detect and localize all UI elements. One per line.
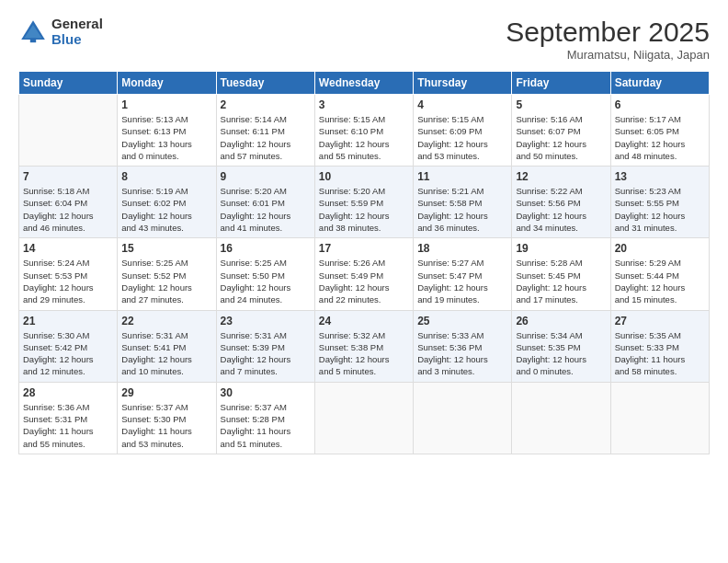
calendar-cell — [314, 382, 413, 454]
day-number: 15 — [121, 242, 211, 255]
day-number: 4 — [417, 98, 507, 111]
logo: General Blue — [18, 17, 103, 47]
day-info: Sunrise: 5:24 AM Sunset: 5:53 PM Dayligh… — [23, 257, 113, 305]
calendar-cell — [414, 382, 512, 454]
day-info: Sunrise: 5:33 AM Sunset: 5:36 PM Dayligh… — [417, 329, 507, 378]
calendar-cell: 7Sunrise: 5:18 AM Sunset: 6:04 PM Daylig… — [19, 167, 118, 238]
day-info: Sunrise: 5:16 AM Sunset: 6:07 PM Dayligh… — [516, 113, 606, 162]
day-number: 28 — [23, 386, 113, 399]
day-info: Sunrise: 5:37 AM Sunset: 5:30 PM Dayligh… — [121, 401, 211, 450]
logo-text: General Blue — [51, 17, 103, 47]
calendar-cell: 30Sunrise: 5:37 AM Sunset: 5:28 PM Dayli… — [216, 382, 314, 454]
day-info: Sunrise: 5:34 AM Sunset: 5:35 PM Dayligh… — [516, 329, 606, 378]
day-info: Sunrise: 5:17 AM Sunset: 6:05 PM Dayligh… — [615, 113, 705, 162]
calendar-cell: 25Sunrise: 5:33 AM Sunset: 5:36 PM Dayli… — [414, 310, 512, 382]
location: Muramatsu, Niigata, Japan — [506, 48, 710, 62]
day-info: Sunrise: 5:31 AM Sunset: 5:39 PM Dayligh… — [221, 329, 311, 378]
day-number: 5 — [516, 98, 606, 111]
calendar-cell: 17Sunrise: 5:26 AM Sunset: 5:49 PM Dayli… — [314, 238, 413, 310]
day-info: Sunrise: 5:29 AM Sunset: 5:44 PM Dayligh… — [615, 257, 705, 305]
calendar-cell: 29Sunrise: 5:37 AM Sunset: 5:30 PM Dayli… — [118, 382, 216, 454]
day-number: 22 — [121, 315, 211, 327]
day-info: Sunrise: 5:18 AM Sunset: 6:04 PM Dayligh… — [23, 185, 113, 234]
calendar-week-row: 21Sunrise: 5:30 AM Sunset: 5:42 PM Dayli… — [19, 310, 710, 382]
calendar-cell: 18Sunrise: 5:27 AM Sunset: 5:47 PM Dayli… — [414, 238, 512, 310]
day-info: Sunrise: 5:19 AM Sunset: 6:02 PM Dayligh… — [121, 185, 211, 234]
day-info: Sunrise: 5:23 AM Sunset: 5:55 PM Dayligh… — [615, 185, 705, 234]
day-info: Sunrise: 5:22 AM Sunset: 5:56 PM Dayligh… — [516, 185, 606, 234]
day-number: 11 — [417, 170, 507, 183]
day-number: 2 — [221, 98, 311, 111]
day-info: Sunrise: 5:25 AM Sunset: 5:50 PM Dayligh… — [221, 257, 311, 305]
calendar-week-row: 7Sunrise: 5:18 AM Sunset: 6:04 PM Daylig… — [19, 167, 710, 238]
day-number: 6 — [615, 98, 705, 111]
calendar-cell: 2Sunrise: 5:14 AM Sunset: 6:11 PM Daylig… — [216, 95, 314, 167]
day-number: 1 — [121, 98, 211, 111]
day-number: 27 — [615, 315, 705, 327]
day-number: 30 — [221, 386, 311, 399]
calendar-week-row: 1Sunrise: 5:13 AM Sunset: 6:13 PM Daylig… — [19, 95, 710, 167]
calendar-cell: 12Sunrise: 5:22 AM Sunset: 5:56 PM Dayli… — [512, 167, 610, 238]
day-info: Sunrise: 5:20 AM Sunset: 5:59 PM Dayligh… — [319, 185, 409, 234]
header: General Blue September 2025 Muramatsu, N… — [18, 17, 710, 62]
logo-general: General — [51, 17, 103, 32]
day-number: 9 — [221, 170, 311, 183]
day-header-thursday: Thursday — [414, 72, 512, 95]
day-info: Sunrise: 5:20 AM Sunset: 6:01 PM Dayligh… — [221, 185, 311, 234]
day-info: Sunrise: 5:31 AM Sunset: 5:41 PM Dayligh… — [121, 329, 211, 378]
page: General Blue September 2025 Muramatsu, N… — [0, 0, 728, 563]
svg-rect-2 — [30, 38, 36, 42]
calendar-cell: 1Sunrise: 5:13 AM Sunset: 6:13 PM Daylig… — [118, 95, 216, 167]
day-header-friday: Friday — [512, 72, 610, 95]
day-number: 3 — [319, 98, 409, 111]
calendar-cell: 22Sunrise: 5:31 AM Sunset: 5:41 PM Dayli… — [118, 310, 216, 382]
calendar: SundayMondayTuesdayWednesdayThursdayFrid… — [18, 71, 710, 454]
day-header-monday: Monday — [118, 72, 216, 95]
day-header-tuesday: Tuesday — [216, 72, 314, 95]
day-number: 20 — [615, 242, 705, 255]
day-number: 10 — [319, 170, 409, 183]
calendar-cell: 4Sunrise: 5:15 AM Sunset: 6:09 PM Daylig… — [414, 95, 512, 167]
day-number: 24 — [319, 315, 409, 327]
day-info: Sunrise: 5:30 AM Sunset: 5:42 PM Dayligh… — [23, 329, 113, 378]
calendar-cell: 28Sunrise: 5:36 AM Sunset: 5:31 PM Dayli… — [19, 382, 118, 454]
calendar-cell: 26Sunrise: 5:34 AM Sunset: 5:35 PM Dayli… — [512, 310, 610, 382]
calendar-cell: 19Sunrise: 5:28 AM Sunset: 5:45 PM Dayli… — [512, 238, 610, 310]
day-number: 23 — [221, 315, 311, 327]
calendar-cell: 16Sunrise: 5:25 AM Sunset: 5:50 PM Dayli… — [216, 238, 314, 310]
day-number: 12 — [516, 170, 606, 183]
calendar-cell: 11Sunrise: 5:21 AM Sunset: 5:58 PM Dayli… — [414, 167, 512, 238]
calendar-cell: 13Sunrise: 5:23 AM Sunset: 5:55 PM Dayli… — [610, 167, 709, 238]
day-number: 26 — [516, 315, 606, 327]
title-block: September 2025 Muramatsu, Niigata, Japan — [506, 17, 710, 62]
logo-icon — [18, 17, 48, 47]
month-title: September 2025 — [506, 17, 710, 48]
calendar-cell: 20Sunrise: 5:29 AM Sunset: 5:44 PM Dayli… — [610, 238, 709, 310]
calendar-cell: 24Sunrise: 5:32 AM Sunset: 5:38 PM Dayli… — [314, 310, 413, 382]
day-info: Sunrise: 5:35 AM Sunset: 5:33 PM Dayligh… — [615, 329, 705, 378]
calendar-cell: 21Sunrise: 5:30 AM Sunset: 5:42 PM Dayli… — [19, 310, 118, 382]
day-number: 21 — [23, 315, 113, 327]
day-info: Sunrise: 5:27 AM Sunset: 5:47 PM Dayligh… — [417, 257, 507, 305]
day-number: 16 — [221, 242, 311, 255]
day-info: Sunrise: 5:25 AM Sunset: 5:52 PM Dayligh… — [121, 257, 211, 305]
calendar-cell: 14Sunrise: 5:24 AM Sunset: 5:53 PM Dayli… — [19, 238, 118, 310]
day-number: 19 — [516, 242, 606, 255]
calendar-cell — [610, 382, 709, 454]
calendar-cell: 8Sunrise: 5:19 AM Sunset: 6:02 PM Daylig… — [118, 167, 216, 238]
calendar-cell: 23Sunrise: 5:31 AM Sunset: 5:39 PM Dayli… — [216, 310, 314, 382]
calendar-cell — [512, 382, 610, 454]
day-info: Sunrise: 5:14 AM Sunset: 6:11 PM Dayligh… — [221, 113, 311, 162]
day-number: 18 — [417, 242, 507, 255]
day-number: 25 — [417, 315, 507, 327]
calendar-cell: 5Sunrise: 5:16 AM Sunset: 6:07 PM Daylig… — [512, 95, 610, 167]
day-number: 8 — [121, 170, 211, 183]
day-header-wednesday: Wednesday — [314, 72, 413, 95]
day-header-sunday: Sunday — [19, 72, 118, 95]
day-number: 7 — [23, 170, 113, 183]
calendar-cell: 3Sunrise: 5:15 AM Sunset: 6:10 PM Daylig… — [314, 95, 413, 167]
calendar-week-row: 14Sunrise: 5:24 AM Sunset: 5:53 PM Dayli… — [19, 238, 710, 310]
calendar-cell: 10Sunrise: 5:20 AM Sunset: 5:59 PM Dayli… — [314, 167, 413, 238]
day-info: Sunrise: 5:13 AM Sunset: 6:13 PM Dayligh… — [121, 113, 211, 162]
calendar-cell: 15Sunrise: 5:25 AM Sunset: 5:52 PM Dayli… — [118, 238, 216, 310]
